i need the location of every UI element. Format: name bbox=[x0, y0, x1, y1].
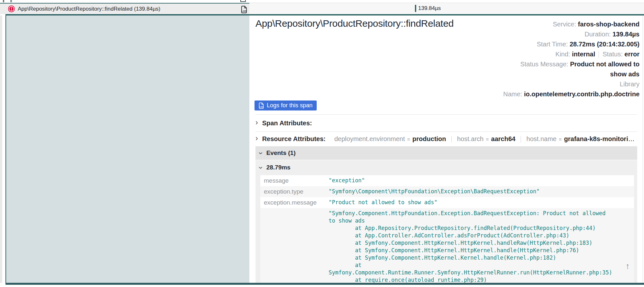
event-time-label: 28.79ms bbox=[266, 164, 291, 171]
left-gutter-track bbox=[2, 15, 5, 283]
error-icon bbox=[8, 5, 15, 12]
span-row-name-cell[interactable]: App\Repository\ProductRepository::findRe… bbox=[0, 3, 249, 14]
bottom-divider bbox=[5, 283, 644, 285]
chevron-right-icon: › bbox=[255, 119, 258, 126]
span-duration-marker bbox=[415, 5, 416, 12]
span-attributes-label: Span Attributes: bbox=[262, 120, 312, 127]
logs-for-span-button[interactable]: LOG Logs for this span bbox=[255, 100, 317, 110]
event-field-value: "exception" bbox=[329, 175, 365, 186]
chevron-right-icon: › bbox=[255, 135, 258, 142]
attr-value: production bbox=[412, 135, 446, 142]
partial-icon bbox=[3, 0, 4, 2]
attr-value: grafana-k8s-monitoring-... bbox=[564, 135, 637, 142]
scrollbar-track[interactable] bbox=[643, 15, 643, 283]
event-field-key: exception.type bbox=[260, 186, 329, 197]
chevron-down-icon: › bbox=[257, 152, 264, 154]
event-field-value: "Symfony\Component\HttpFoundation\Except… bbox=[329, 186, 540, 197]
divider bbox=[451, 136, 452, 143]
equals-sign: = bbox=[407, 137, 410, 142]
library-name-value: io.opentelemetry.contrib.php.doctrine bbox=[524, 91, 639, 98]
partial-span-row-above bbox=[0, 0, 644, 3]
attr-key: host.name bbox=[526, 135, 556, 142]
meta-duration: Duration: 139.84µs bbox=[503, 29, 639, 39]
partial-log-icon bbox=[240, 0, 246, 2]
meta-start-time: Start Time: 28.72ms (20:14:32.005) bbox=[503, 39, 639, 49]
event-time-toggle[interactable]: › 28.79ms bbox=[255, 160, 637, 175]
svg-text:LOG: LOG bbox=[259, 106, 264, 108]
event-field-key bbox=[260, 208, 329, 283]
resource-attributes-label: Resource Attributes: bbox=[262, 135, 326, 143]
svg-text:LOG: LOG bbox=[242, 10, 247, 13]
events-toggle[interactable]: › Events (1) bbox=[255, 146, 637, 160]
partial-span-bar bbox=[10, 0, 12, 2]
event-field-key: exception.message bbox=[260, 197, 329, 208]
divider bbox=[521, 136, 521, 143]
attr-key: deployment.environment bbox=[334, 135, 405, 142]
events-section: › Events (1) › 28.79ms message "exceptio… bbox=[255, 146, 637, 283]
event-attributes-table: message "exception" exception.type "Symf… bbox=[260, 175, 634, 283]
status-message-value: Product not allowed to show ads bbox=[570, 61, 639, 78]
status-value: error bbox=[624, 51, 639, 58]
events-body: › 28.79ms message "exception" exception.… bbox=[255, 160, 637, 283]
trace-view: App\Repository\ProductRepository::findRe… bbox=[0, 0, 644, 287]
span-attributes-toggle[interactable]: › Span Attributes: bbox=[255, 115, 637, 131]
span-log-icon[interactable]: LOG bbox=[241, 6, 247, 13]
kind-value: internal bbox=[572, 51, 595, 58]
log-icon: LOG bbox=[259, 102, 264, 109]
scroll-to-top-button[interactable]: ↑ bbox=[626, 262, 630, 271]
events-label: Events (1) bbox=[266, 149, 296, 157]
divider bbox=[599, 51, 599, 58]
logs-button-label: Logs for this span bbox=[267, 102, 312, 109]
meta-kind-status: Kind: internalStatus: error bbox=[503, 49, 639, 59]
chevron-down-icon: › bbox=[257, 166, 264, 169]
span-metadata: Service: faros-shop-backend Duration: 13… bbox=[503, 19, 639, 99]
table-row: message "exception" bbox=[260, 175, 634, 186]
span-row-timeline-cell[interactable]: 139.84µs bbox=[249, 3, 644, 14]
meta-service: Service: faros-shop-backend bbox=[503, 19, 639, 29]
left-gutter bbox=[0, 15, 5, 283]
event-field-value: "Product not allowed to show ads" bbox=[329, 197, 437, 208]
service-value: faros-shop-backend bbox=[578, 21, 639, 28]
resource-attributes-summary: deployment.environment=production host.a… bbox=[334, 135, 637, 143]
attr-value: aarch64 bbox=[491, 135, 515, 142]
equals-sign: = bbox=[486, 137, 489, 142]
equals-sign: = bbox=[559, 137, 562, 142]
table-row: exception.type "Symfony\Component\HttpFo… bbox=[260, 186, 634, 197]
duration-value: 139.84µs bbox=[612, 31, 639, 38]
span-list-empty-panel bbox=[5, 15, 249, 283]
event-stacktrace: "Symfony.Component.HttpFoundation.Except… bbox=[329, 208, 612, 283]
selected-span-row: App\Repository\ProductRepository::findRe… bbox=[0, 3, 644, 14]
span-detail-panel: App\Repository\ProductRepository::findRe… bbox=[249, 15, 644, 283]
span-duration-label: 139.84µs bbox=[418, 3, 441, 14]
meta-status-message: Status Message: Product not allowed to s… bbox=[503, 59, 639, 79]
start-time-value: 28.72ms (20:14:32.005) bbox=[570, 41, 639, 48]
table-row: exception.message "Product not allowed t… bbox=[260, 197, 634, 208]
event-field-key: message bbox=[260, 175, 329, 186]
attr-key: host.arch bbox=[457, 135, 484, 142]
span-detail-title: App\Repository\ProductRepository::findRe… bbox=[255, 18, 454, 29]
span-name-label: App\Repository\ProductRepository::findRe… bbox=[18, 6, 160, 12]
table-row: "Symfony.Component.HttpFoundation.Except… bbox=[260, 208, 634, 283]
resource-attributes-toggle[interactable]: › Resource Attributes: deployment.enviro… bbox=[255, 132, 637, 146]
meta-library-name: Library Name: io.opentelemetry.contrib.p… bbox=[503, 79, 639, 99]
